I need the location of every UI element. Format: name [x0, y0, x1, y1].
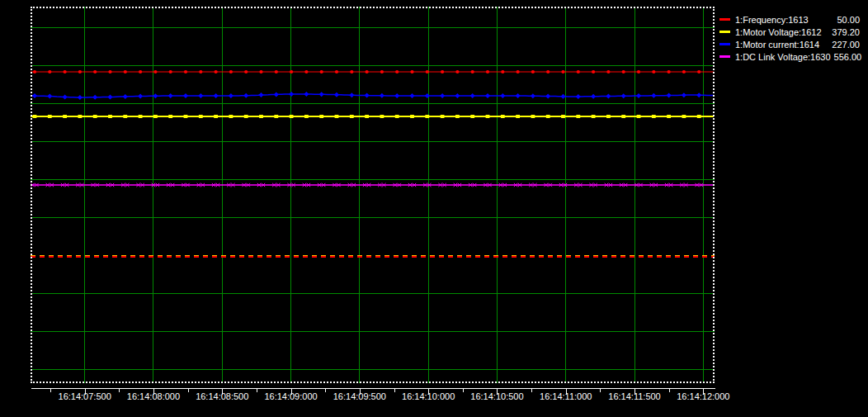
motor-voltage-trace-marker — [78, 115, 83, 118]
motor-voltage-trace-marker — [455, 115, 460, 118]
x-axis-label: 16:14:11:500 — [600, 391, 669, 401]
motor-voltage-trace-marker — [108, 115, 112, 118]
frequency-trace-marker — [697, 70, 701, 73]
frequency-trace-marker — [320, 70, 323, 73]
motor-voltage-trace-marker — [229, 115, 234, 118]
legend-row-motor-voltage: 1:Motor Voltage:1612 379.20 — [719, 26, 860, 38]
motor-current-trace-marker — [289, 92, 294, 97]
motor-current-trace-marker — [63, 95, 68, 100]
motor-current-trace-marker — [606, 93, 611, 98]
legend: 1:Frequency:1613 50.00 1:Motor Voltage:1… — [719, 13, 860, 63]
motor-voltage-trace-marker — [350, 115, 354, 118]
motor-voltage-trace-marker — [214, 115, 218, 118]
motor-voltage-trace-marker — [592, 115, 596, 118]
motor-voltage-trace-marker — [199, 115, 203, 118]
motor-voltage-trace-marker — [621, 115, 625, 118]
motor-voltage-trace-marker — [365, 115, 369, 118]
legend-signal-name: 1:Frequency:1613 — [735, 15, 809, 25]
frequency-trace-marker — [93, 70, 97, 73]
frequency-trace-marker — [471, 70, 474, 73]
frequency-trace-marker — [668, 70, 671, 73]
motor-voltage-trace-marker — [274, 115, 278, 118]
motor-current-trace-marker — [259, 92, 264, 97]
motor-voltage-trace-marker — [516, 115, 520, 118]
frequency-trace-marker — [184, 70, 187, 73]
frequency-trace-marker — [592, 70, 595, 73]
x-axis-line — [31, 388, 715, 389]
motor-voltage-trace-marker — [319, 115, 323, 118]
x-axis-label: 16:14:07:500 — [50, 391, 120, 401]
trend-plot-canvas — [31, 7, 715, 383]
motor-current-color-swatch-icon — [719, 43, 730, 45]
motor-voltage-trace-marker — [33, 115, 37, 118]
motor-current-trace-marker — [319, 92, 324, 97]
motor-voltage-trace-marker — [501, 115, 505, 118]
motor-current-trace-marker — [696, 92, 701, 97]
frequency-trace-marker — [335, 70, 338, 73]
x-axis-label: 16:14:08:000 — [119, 391, 188, 401]
frequency-trace-marker — [426, 70, 429, 73]
motor-voltage-trace-marker — [546, 115, 550, 118]
trend-monitor-window: { "chart_data": { "type": "line", "title… — [0, 0, 868, 417]
motor-voltage-trace-marker — [48, 115, 52, 118]
frequency-trace-marker — [577, 70, 580, 73]
motor-current-trace-marker — [410, 93, 415, 98]
motor-voltage-trace-marker — [380, 115, 384, 118]
legend-signal-name: 1:Motor Voltage:1612 — [735, 27, 822, 37]
motor-current-trace-marker — [32, 93, 37, 98]
motor-current-trace-marker — [108, 94, 113, 99]
motor-current-trace-marker — [561, 94, 566, 99]
motor-voltage-trace-marker — [606, 115, 611, 118]
motor-voltage-trace-marker — [531, 115, 535, 118]
frequency-trace-marker — [441, 70, 444, 73]
motor-current-trace-marker — [485, 93, 490, 98]
motor-current-trace-marker — [214, 93, 219, 98]
motor-current-trace-marker — [470, 93, 475, 98]
x-axis-label: 16:14:08:500 — [187, 391, 257, 401]
motor-voltage-trace-marker — [259, 115, 263, 118]
motor-current-trace-marker — [92, 95, 97, 100]
frequency-trace-marker — [244, 70, 248, 73]
motor-voltage-trace-marker — [290, 115, 294, 118]
frequency-trace-marker — [366, 70, 369, 73]
motor-voltage-trace-marker — [395, 115, 399, 118]
legend-signal-value: 379.20 — [832, 27, 860, 37]
motor-voltage-trace-marker — [682, 115, 686, 118]
legend-signal-value: 556.00 — [834, 52, 862, 62]
motor-current-trace-marker — [621, 93, 626, 98]
dc-link-voltage-color-swatch-icon — [719, 55, 730, 58]
dc-link-voltage-trace — [31, 183, 714, 187]
motor-current-trace-marker — [591, 94, 596, 99]
motor-current-trace-marker — [425, 93, 430, 98]
motor-voltage-trace-marker — [139, 115, 143, 118]
motor-current-trace-marker — [138, 93, 143, 98]
motor-current-trace-marker — [500, 93, 505, 98]
motor-current-trace-marker — [349, 92, 354, 97]
motor-current-trace-marker — [651, 93, 656, 98]
motor-current-trace-marker — [545, 93, 550, 98]
motor-current-trace-marker — [168, 93, 173, 98]
frequency-trace-marker — [78, 70, 82, 73]
legend-row-frequency: 1:Frequency:1613 50.00 — [719, 13, 860, 26]
motor-voltage-trace-marker — [561, 115, 565, 118]
legend-signal-value: 50.00 — [837, 15, 860, 25]
motor-current-trace-marker — [667, 93, 672, 98]
frequency-trace-marker — [64, 70, 67, 73]
frequency-trace-marker — [33, 70, 36, 73]
frequency-trace-marker — [606, 70, 610, 73]
motor-current-trace-marker — [682, 92, 686, 97]
frequency-trace-marker — [229, 70, 233, 73]
frequency-trace — [31, 70, 714, 73]
motor-current-trace-marker — [123, 94, 128, 99]
motor-current-trace-marker — [183, 93, 188, 98]
x-axis-label: 16:14:12:000 — [668, 391, 738, 401]
motor-current-trace-marker — [304, 92, 309, 97]
frequency-trace-marker — [259, 70, 262, 73]
motor-voltage-trace-marker — [168, 115, 172, 118]
motor-voltage-trace-marker — [697, 115, 701, 118]
motor-voltage-trace-marker — [425, 115, 429, 118]
motor-voltage-trace — [31, 115, 714, 118]
x-axis-label: 16:14:10:500 — [462, 391, 531, 401]
frequency-color-swatch-icon — [719, 18, 730, 21]
frequency-trace-marker — [501, 70, 504, 73]
